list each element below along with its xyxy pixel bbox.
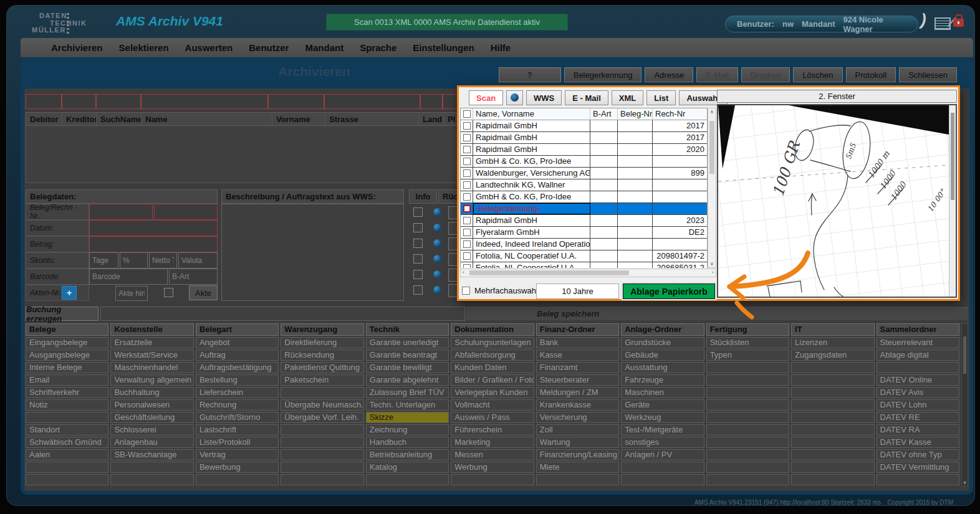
category-cell[interactable]: Meldungen / ZM bbox=[536, 387, 619, 398]
category-cell[interactable]: DATEV Lohn bbox=[877, 399, 959, 411]
category-cell[interactable] bbox=[451, 474, 534, 485]
category-cell[interactable]: Buchhaltung bbox=[110, 387, 193, 398]
category-cell[interactable]: Skizze bbox=[366, 412, 449, 423]
category-cell[interactable]: Finanzierung/Leasing bbox=[536, 449, 619, 460]
document-row[interactable]: Fotolia, NL Cooperatief U.A. 208685031-2 bbox=[461, 262, 707, 268]
category-cell[interactable]: Werkstatt/Service bbox=[110, 350, 193, 361]
category-cell[interactable] bbox=[366, 474, 449, 485]
document-row[interactable]: GmbH & Co. KG, Pro-Idee bbox=[461, 191, 707, 203]
toolbar-button[interactable]: E-Mail bbox=[696, 67, 738, 82]
category-cell[interactable]: Versicherung bbox=[536, 412, 619, 423]
row-checkbox[interactable] bbox=[463, 217, 471, 224]
table-vertical-scrollbar[interactable]: ∧ ∨ bbox=[708, 108, 716, 268]
filter-input-name[interactable] bbox=[141, 94, 268, 109]
category-cell[interactable]: DATEV ohne Typ bbox=[877, 449, 959, 460]
document-row[interactable]: Rapidmail GmbH 2023 bbox=[461, 215, 707, 227]
akte-button[interactable]: Akte bbox=[189, 285, 218, 300]
category-cell[interactable]: Übergabe Vorf. Leih. bbox=[281, 412, 363, 423]
category-cell[interactable] bbox=[26, 462, 108, 473]
address-column-header[interactable]: Debitor bbox=[26, 113, 62, 125]
category-cell[interactable]: Personalwesen bbox=[110, 399, 193, 411]
category-cell[interactable] bbox=[791, 387, 874, 398]
address-column-header[interactable]: Vorname bbox=[272, 113, 325, 125]
category-cell[interactable]: Anlagen / PV bbox=[621, 449, 704, 460]
category-cell[interactable]: Ausweis / Pass bbox=[451, 412, 534, 423]
horizontal-scrollbar-thumb[interactable] bbox=[469, 270, 629, 275]
skonto-netto-input[interactable] bbox=[149, 252, 177, 269]
category-cell[interactable]: Ausstattung bbox=[621, 362, 704, 373]
dialog-tab[interactable]: E - Mail bbox=[565, 90, 608, 105]
tab-scan[interactable]: Scan bbox=[469, 90, 503, 105]
category-cell[interactable]: Ausgangsbelege bbox=[26, 350, 108, 361]
category-cell[interactable] bbox=[791, 412, 874, 423]
category-cell[interactable]: Garantie abgelehnt bbox=[366, 374, 449, 386]
row-checkbox[interactable] bbox=[463, 169, 471, 177]
barcode-input[interactable] bbox=[89, 269, 168, 285]
category-cell[interactable]: Maschinen bbox=[621, 387, 704, 398]
document-row[interactable]: Landtechnik KG, Wallner bbox=[461, 179, 707, 191]
category-cell[interactable]: Garantie bewilligt bbox=[366, 362, 449, 373]
create-booking-button[interactable]: Buchung erzeugen bbox=[26, 307, 98, 321]
category-cell[interactable]: Notiz bbox=[26, 399, 108, 411]
beleg-nr-input-1[interactable] bbox=[89, 204, 153, 220]
info-checkbox[interactable] bbox=[413, 207, 423, 217]
add-akte-button[interactable]: + bbox=[62, 286, 77, 300]
category-cell[interactable]: Miete bbox=[536, 462, 619, 473]
category-cell[interactable] bbox=[791, 462, 874, 473]
filter-input-kreditor[interactable] bbox=[62, 94, 96, 109]
category-cell[interactable]: Garantie beantragt bbox=[366, 350, 449, 361]
row-checkbox[interactable] bbox=[463, 181, 471, 189]
category-cell[interactable]: Standort bbox=[26, 424, 108, 435]
category-cell[interactable]: Werkzeug bbox=[621, 412, 704, 423]
category-cell[interactable] bbox=[791, 399, 874, 411]
category-cell[interactable]: sonstiges bbox=[621, 437, 704, 448]
info-sphere-icon[interactable] bbox=[433, 255, 441, 263]
info-sphere-icon[interactable] bbox=[433, 239, 441, 247]
skonto-valuta-input[interactable] bbox=[178, 252, 218, 269]
category-cell[interactable]: Messen bbox=[451, 449, 534, 460]
category-cell[interactable]: Betriebsanleitung bbox=[366, 449, 449, 460]
category-cell[interactable] bbox=[621, 462, 704, 473]
scroll-down-icon[interactable]: ∨ bbox=[962, 480, 968, 485]
viewer-scrollbar-thumb[interactable] bbox=[951, 113, 954, 200]
akte-hinzu-input[interactable] bbox=[115, 286, 148, 301]
grid-scrollbar-thumb[interactable] bbox=[963, 336, 966, 374]
category-cell[interactable]: Gebäude bbox=[621, 350, 704, 361]
category-cell[interactable] bbox=[791, 424, 874, 435]
category-cell[interactable] bbox=[281, 387, 363, 398]
document-row[interactable]: Rapidmail GmbH 2020 bbox=[461, 144, 707, 156]
menu-item[interactable]: Einstellungen bbox=[405, 42, 482, 53]
category-cell[interactable] bbox=[26, 474, 108, 485]
category-cell[interactable] bbox=[877, 362, 959, 373]
dialog-tab[interactable]: WWS bbox=[526, 90, 562, 105]
document-row[interactable]: Flyeralarm GmbH DE2 bbox=[461, 227, 707, 239]
category-cell[interactable]: Anlagenbau bbox=[110, 437, 193, 448]
toolbar-button[interactable]: Adresse bbox=[645, 67, 693, 82]
category-cell[interactable] bbox=[706, 474, 789, 485]
column-header-name[interactable]: Name, Vorname bbox=[473, 108, 590, 120]
menu-item[interactable]: Selektieren bbox=[111, 42, 177, 53]
filter-input-vorname[interactable] bbox=[268, 94, 324, 109]
lock-icon[interactable] bbox=[953, 19, 964, 27]
booking-field[interactable] bbox=[100, 307, 465, 321]
select-all-cell[interactable] bbox=[461, 108, 473, 120]
beleg-nr-input-2[interactable] bbox=[154, 204, 218, 220]
info-checkbox[interactable] bbox=[413, 239, 423, 248]
category-cell[interactable]: DATEV Avis bbox=[877, 387, 959, 398]
category-cell[interactable]: Ablage digital bbox=[877, 350, 959, 361]
category-cell[interactable]: DATEV Online bbox=[877, 374, 959, 386]
category-cell[interactable]: Email bbox=[26, 374, 108, 386]
category-cell[interactable] bbox=[706, 412, 789, 423]
notes-icon[interactable] bbox=[934, 17, 951, 30]
skonto-prozent-input[interactable] bbox=[120, 252, 148, 269]
info-checkbox[interactable] bbox=[413, 254, 423, 264]
address-column-header[interactable]: Name bbox=[142, 113, 272, 125]
scroll-up-icon[interactable]: ∧ bbox=[708, 109, 716, 115]
toolbar-button[interactable]: Löschen bbox=[793, 67, 842, 82]
category-cell[interactable]: Fahrzeuge bbox=[621, 374, 704, 386]
document-row[interactable]: Indeed, Indeed Ireland Operations Ltd bbox=[461, 239, 707, 250]
menu-item[interactable]: Archivieren bbox=[43, 42, 111, 53]
category-cell[interactable] bbox=[281, 437, 363, 448]
toolbar-button[interactable]: Protokoll bbox=[846, 67, 896, 82]
grid-scrollbar[interactable]: ∨ bbox=[961, 323, 968, 487]
